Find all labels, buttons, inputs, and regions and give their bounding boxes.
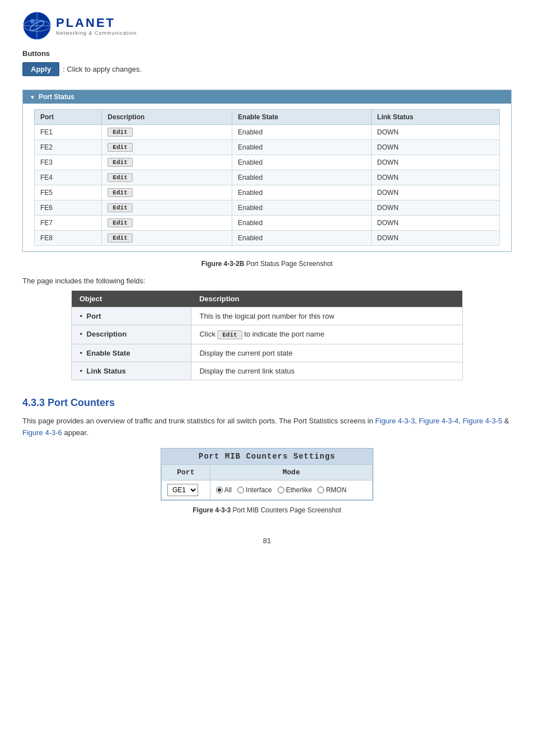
logo-planet-text: PLANET [56,16,137,30]
page-includes-intro: The page includes the following fields: [22,277,512,285]
port-status-box: ▼ Port Status Port Description Enable St… [22,90,512,252]
enable-state-cell: Enabled [232,185,372,200]
table-row: FE2 Edit Enabled DOWN [35,140,500,155]
link-status-cell: DOWN [371,125,499,140]
desc-cell: Click Edit to indicate the port name [191,325,462,344]
logo-subtitle: Networking & Communication [56,30,137,36]
mib-col-mode: Mode [210,464,372,480]
table-row: FE8 Edit Enabled DOWN [35,231,500,246]
port-cell: FE1 [35,125,102,140]
link-figure-434[interactable]: Figure 4-3-4 [419,417,458,425]
description-cell: Edit [102,200,232,216]
col-link-status: Link Status [371,110,499,125]
logo-text-area: PLANET Networking & Communication [56,16,137,36]
figure-caption-432b-bold: Figure 4-3-2B [202,260,245,268]
bullet-icon: • [79,349,82,357]
buttons-label: Buttons [22,49,512,58]
figure-caption-432b-text: Port Status Page Screenshot [244,260,332,268]
list-item: • Link Status Display the current link s… [72,362,462,380]
table-row: FE6 Edit Enabled DOWN [35,200,500,216]
mib-header: Port MIB Counters Settings [161,449,373,464]
table-row: FE7 Edit Enabled DOWN [35,216,500,231]
edit-button[interactable]: Edit [107,218,132,227]
desc-table-col1: Object [72,291,191,307]
enable-state-cell: Enabled [232,216,372,231]
edit-button[interactable]: Edit [107,128,132,137]
mib-mode-cell: All Interface Etherlike RMON [210,480,372,500]
bullet-icon: • [79,330,82,338]
apply-description: : Click to apply changes. [63,65,142,73]
port-cell: FE3 [35,155,102,170]
radio-interface-circle [237,487,244,493]
edit-button[interactable]: Edit [107,203,132,212]
apply-button[interactable]: Apply [22,62,59,76]
link-status-cell: DOWN [371,155,499,170]
obj-cell: • Link Status [72,362,191,380]
figure-caption-433-text: Port MIB Counters Page Screenshot [231,506,341,514]
bullet-icon: • [79,367,82,375]
mib-inner-table: Port Mode GE1 All [161,464,373,500]
edit-button[interactable]: Edit [107,143,132,152]
radio-rmon[interactable]: RMON [317,486,346,494]
edit-button[interactable]: Edit [107,188,132,197]
link-figure-433[interactable]: Figure 4-3-3 [375,417,415,425]
page-number: 81 [22,536,512,545]
edit-button[interactable]: Edit [107,234,132,242]
table-row: FE3 Edit Enabled DOWN [35,155,500,170]
col-enable-state: Enable State [232,110,372,125]
radio-all-circle [216,487,223,493]
port-cell: FE7 [35,216,102,231]
enable-state-cell: Enabled [232,170,372,185]
table-row: FE5 Edit Enabled DOWN [35,185,500,200]
edit-button[interactable]: Edit [107,173,132,182]
figure-caption-433-bold: Figure 4-3-3 [193,506,231,514]
radio-all[interactable]: All [216,486,232,494]
description-cell: Edit [102,216,232,231]
port-cell: FE2 [35,140,102,155]
radio-etherlike[interactable]: Etherlike [278,486,312,494]
desc-table-col2: Description [191,291,462,307]
description-cell: Edit [102,125,232,140]
link-status-cell: DOWN [371,200,499,216]
list-item: • Enable State Display the current port … [72,344,462,362]
figure-caption-433: Figure 4-3-3 Port MIB Counters Page Scre… [22,506,512,514]
link-status-cell: DOWN [371,185,499,200]
edit-button-desc[interactable]: Edit [217,330,242,339]
link-figure-435[interactable]: Figure 4-3-5 [462,417,502,425]
enable-state-cell: Enabled [232,155,372,170]
port-status-header: ▼ Port Status [23,90,511,104]
section-433-body: This page provides an overview of traffi… [22,416,512,439]
port-cell: FE5 [35,185,102,200]
mib-radio-group: All Interface Etherlike RMON [216,486,367,494]
radio-rmon-label: RMON [326,486,346,494]
collapse-arrow-icon[interactable]: ▼ [30,94,35,100]
link-status-cell: DOWN [371,140,499,155]
description-cell: Edit [102,140,232,155]
radio-interface-label: Interface [246,486,272,494]
obj-cell: • Port [72,307,191,325]
mib-port-cell: GE1 [162,480,210,500]
radio-interface[interactable]: Interface [237,486,272,494]
obj-cell: • Enable State [72,344,191,362]
description-table: Object Description • Port This is the lo… [71,291,462,380]
edit-button[interactable]: Edit [107,158,132,167]
link-figure-436[interactable]: Figure 4-3-6 [22,428,62,437]
svg-point-5 [30,19,35,24]
mib-port-row: GE1 [167,484,204,496]
port-cell: FE8 [35,231,102,246]
enable-state-cell: Enabled [232,200,372,216]
section-433-body2: appear. [62,428,88,437]
col-port: Port [35,110,102,125]
enable-state-cell: Enabled [232,125,372,140]
enable-state-cell: Enabled [232,231,372,246]
table-row: FE4 Edit Enabled DOWN [35,170,500,185]
port-cell: FE4 [35,170,102,185]
col-description: Description [102,110,232,125]
obj-cell: • Description [72,325,191,344]
port-status-table: Port Description Enable State Link Statu… [34,109,500,246]
mib-port-select[interactable]: GE1 [167,484,198,496]
port-status-inner: Port Description Enable State Link Statu… [23,104,511,251]
planet-logo-icon [22,11,51,40]
figure-caption-432b: Figure 4-3-2B Port Status Page Screensho… [22,260,512,268]
port-cell: FE6 [35,200,102,216]
